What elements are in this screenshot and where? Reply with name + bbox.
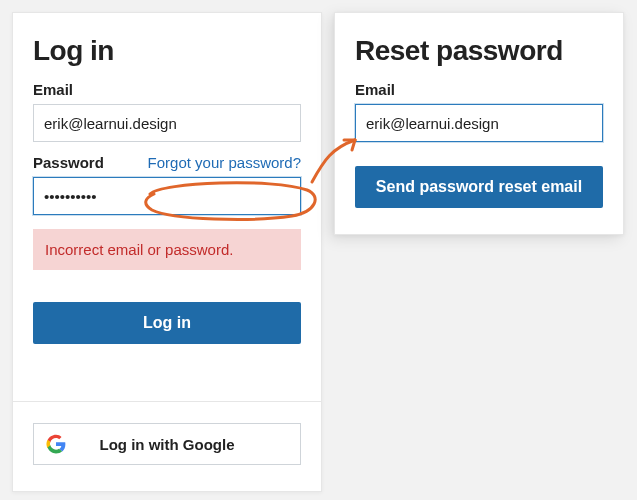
reset-email-field[interactable]: [355, 104, 603, 142]
error-banner: Incorrect email or password.: [33, 229, 301, 270]
send-reset-email-button[interactable]: Send password reset email: [355, 166, 603, 208]
login-button[interactable]: Log in: [33, 302, 301, 344]
reset-email-label: Email: [355, 81, 395, 98]
password-label: Password: [33, 154, 104, 171]
email-field[interactable]: [33, 104, 301, 142]
login-title: Log in: [33, 35, 301, 67]
divider: [13, 401, 321, 402]
google-button-label: Log in with Google: [100, 436, 235, 453]
login-with-google-button[interactable]: Log in with Google: [33, 423, 301, 465]
reset-title: Reset password: [355, 35, 603, 67]
email-label: Email: [33, 81, 73, 98]
forgot-password-link[interactable]: Forgot your password?: [148, 154, 301, 171]
login-card: Log in Email Password Forgot your passwo…: [12, 12, 322, 492]
google-icon: [46, 434, 66, 454]
password-field[interactable]: [33, 177, 301, 215]
reset-password-card: Reset password Email Send password reset…: [334, 12, 624, 235]
